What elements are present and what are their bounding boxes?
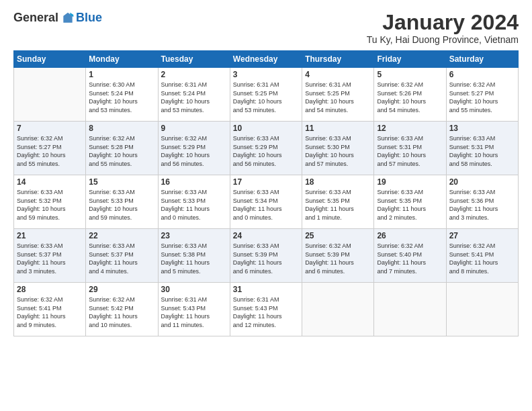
calendar: SundayMondayTuesdayWednesdayThursdayFrid… [13, 50, 519, 336]
day-number: 30 [161, 285, 227, 294]
month-title: January 2024 [367, 11, 519, 34]
day-info: Sunrise: 6:33 AM Sunset: 5:32 PM Dayligh… [17, 188, 83, 222]
weekday-header-sunday: Sunday [14, 51, 86, 68]
weekday-header-monday: Monday [86, 51, 158, 68]
day-number: 3 [233, 70, 299, 79]
calendar-cell: 3Sunrise: 6:31 AM Sunset: 5:25 PM Daylig… [230, 68, 302, 122]
day-number: 4 [305, 70, 371, 79]
day-info: Sunrise: 6:33 AM Sunset: 5:30 PM Dayligh… [305, 134, 371, 168]
calendar-cell: 28Sunrise: 6:32 AM Sunset: 5:41 PM Dayli… [14, 283, 86, 336]
day-info: Sunrise: 6:33 AM Sunset: 5:33 PM Dayligh… [89, 188, 154, 222]
day-number: 25 [305, 231, 371, 240]
location: Tu Ky, Hai Duong Province, Vietnam [367, 34, 519, 45]
calendar-cell: 7Sunrise: 6:32 AM Sunset: 5:27 PM Daylig… [14, 122, 86, 175]
calendar-cell [446, 283, 518, 336]
calendar-cell: 14Sunrise: 6:33 AM Sunset: 5:32 PM Dayli… [14, 175, 86, 229]
day-info: Sunrise: 6:33 AM Sunset: 5:37 PM Dayligh… [17, 242, 83, 275]
day-info: Sunrise: 6:32 AM Sunset: 5:27 PM Dayligh… [17, 134, 83, 168]
calendar-cell: 15Sunrise: 6:33 AM Sunset: 5:33 PM Dayli… [86, 175, 158, 229]
week-row-2: 7Sunrise: 6:32 AM Sunset: 5:27 PM Daylig… [14, 122, 519, 175]
day-number: 5 [377, 70, 443, 79]
weekday-header-tuesday: Tuesday [158, 51, 230, 68]
week-row-3: 14Sunrise: 6:33 AM Sunset: 5:32 PM Dayli… [14, 175, 519, 229]
calendar-cell: 1Sunrise: 6:30 AM Sunset: 5:24 PM Daylig… [86, 68, 158, 122]
day-number: 12 [377, 124, 443, 133]
title-block: January 2024 Tu Ky, Hai Duong Province, … [367, 11, 519, 45]
calendar-cell: 9Sunrise: 6:32 AM Sunset: 5:29 PM Daylig… [158, 122, 230, 175]
calendar-cell [374, 283, 446, 336]
day-info: Sunrise: 6:32 AM Sunset: 5:29 PM Dayligh… [161, 134, 227, 168]
logo-icon [61, 11, 75, 25]
day-number: 21 [17, 231, 83, 240]
day-info: Sunrise: 6:31 AM Sunset: 5:43 PM Dayligh… [161, 295, 227, 329]
calendar-cell: 22Sunrise: 6:33 AM Sunset: 5:37 PM Dayli… [86, 229, 158, 283]
calendar-cell: 27Sunrise: 6:32 AM Sunset: 5:41 PM Dayli… [446, 229, 518, 283]
day-info: Sunrise: 6:32 AM Sunset: 5:41 PM Dayligh… [449, 242, 515, 275]
day-number: 23 [161, 231, 227, 240]
day-info: Sunrise: 6:32 AM Sunset: 5:39 PM Dayligh… [305, 242, 371, 275]
calendar-cell: 19Sunrise: 6:33 AM Sunset: 5:35 PM Dayli… [374, 175, 446, 229]
calendar-cell: 5Sunrise: 6:32 AM Sunset: 5:26 PM Daylig… [374, 68, 446, 122]
week-row-5: 28Sunrise: 6:32 AM Sunset: 5:41 PM Dayli… [14, 283, 519, 336]
day-number: 1 [89, 70, 154, 79]
day-number: 15 [89, 177, 154, 187]
day-number: 27 [449, 231, 515, 240]
day-info: Sunrise: 6:33 AM Sunset: 5:31 PM Dayligh… [377, 134, 443, 168]
calendar-cell: 21Sunrise: 6:33 AM Sunset: 5:37 PM Dayli… [14, 229, 86, 283]
day-info: Sunrise: 6:32 AM Sunset: 5:28 PM Dayligh… [89, 134, 154, 168]
day-number: 13 [449, 124, 515, 133]
weekday-header-saturday: Saturday [446, 51, 518, 68]
week-row-1: 1Sunrise: 6:30 AM Sunset: 5:24 PM Daylig… [14, 68, 519, 122]
day-info: Sunrise: 6:33 AM Sunset: 5:29 PM Dayligh… [233, 134, 299, 168]
day-info: Sunrise: 6:33 AM Sunset: 5:37 PM Dayligh… [89, 242, 154, 275]
day-info: Sunrise: 6:32 AM Sunset: 5:26 PM Dayligh… [377, 81, 443, 114]
day-number: 24 [233, 231, 299, 240]
day-info: Sunrise: 6:33 AM Sunset: 5:36 PM Dayligh… [449, 188, 515, 222]
day-number: 10 [233, 124, 299, 133]
day-info: Sunrise: 6:33 AM Sunset: 5:33 PM Dayligh… [161, 188, 227, 222]
calendar-cell: 30Sunrise: 6:31 AM Sunset: 5:43 PM Dayli… [158, 283, 230, 336]
header: General Blue January 2024 Tu Ky, Hai Duo… [13, 11, 519, 45]
logo: General Blue [13, 11, 102, 25]
calendar-cell: 17Sunrise: 6:33 AM Sunset: 5:34 PM Dayli… [230, 175, 302, 229]
calendar-cell: 11Sunrise: 6:33 AM Sunset: 5:30 PM Dayli… [302, 122, 374, 175]
day-info: Sunrise: 6:33 AM Sunset: 5:31 PM Dayligh… [449, 134, 515, 168]
day-info: Sunrise: 6:33 AM Sunset: 5:35 PM Dayligh… [305, 188, 371, 222]
calendar-cell: 29Sunrise: 6:32 AM Sunset: 5:42 PM Dayli… [86, 283, 158, 336]
calendar-cell: 16Sunrise: 6:33 AM Sunset: 5:33 PM Dayli… [158, 175, 230, 229]
day-number: 8 [89, 124, 154, 133]
day-number: 6 [449, 70, 515, 79]
weekday-header-wednesday: Wednesday [230, 51, 302, 68]
weekday-header-friday: Friday [374, 51, 446, 68]
calendar-cell: 24Sunrise: 6:33 AM Sunset: 5:39 PM Dayli… [230, 229, 302, 283]
day-number: 20 [449, 177, 515, 187]
calendar-cell: 31Sunrise: 6:31 AM Sunset: 5:43 PM Dayli… [230, 283, 302, 336]
calendar-cell: 23Sunrise: 6:33 AM Sunset: 5:38 PM Dayli… [158, 229, 230, 283]
calendar-cell: 18Sunrise: 6:33 AM Sunset: 5:35 PM Dayli… [302, 175, 374, 229]
day-info: Sunrise: 6:32 AM Sunset: 5:42 PM Dayligh… [89, 295, 154, 329]
day-number: 14 [17, 177, 83, 187]
calendar-cell: 26Sunrise: 6:32 AM Sunset: 5:40 PM Dayli… [374, 229, 446, 283]
day-info: Sunrise: 6:31 AM Sunset: 5:24 PM Dayligh… [161, 81, 227, 114]
weekday-header-thursday: Thursday [302, 51, 374, 68]
day-number: 16 [161, 177, 227, 187]
week-row-4: 21Sunrise: 6:33 AM Sunset: 5:37 PM Dayli… [14, 229, 519, 283]
day-info: Sunrise: 6:33 AM Sunset: 5:38 PM Dayligh… [161, 242, 227, 275]
day-number: 28 [17, 285, 83, 294]
page: General Blue January 2024 Tu Ky, Hai Duo… [0, 0, 532, 411]
day-info: Sunrise: 6:30 AM Sunset: 5:24 PM Dayligh… [89, 81, 154, 114]
day-number: 29 [89, 285, 154, 294]
calendar-cell: 12Sunrise: 6:33 AM Sunset: 5:31 PM Dayli… [374, 122, 446, 175]
day-info: Sunrise: 6:32 AM Sunset: 5:40 PM Dayligh… [377, 242, 443, 275]
day-info: Sunrise: 6:31 AM Sunset: 5:25 PM Dayligh… [305, 81, 371, 114]
calendar-cell: 6Sunrise: 6:32 AM Sunset: 5:27 PM Daylig… [446, 68, 518, 122]
day-info: Sunrise: 6:32 AM Sunset: 5:41 PM Dayligh… [17, 295, 83, 329]
day-info: Sunrise: 6:31 AM Sunset: 5:25 PM Dayligh… [233, 81, 299, 114]
calendar-cell: 4Sunrise: 6:31 AM Sunset: 5:25 PM Daylig… [302, 68, 374, 122]
day-number: 18 [305, 177, 371, 187]
day-number: 31 [233, 285, 299, 294]
logo-blue-text: Blue [76, 11, 102, 25]
calendar-cell: 25Sunrise: 6:32 AM Sunset: 5:39 PM Dayli… [302, 229, 374, 283]
day-number: 22 [89, 231, 154, 240]
calendar-cell: 13Sunrise: 6:33 AM Sunset: 5:31 PM Dayli… [446, 122, 518, 175]
